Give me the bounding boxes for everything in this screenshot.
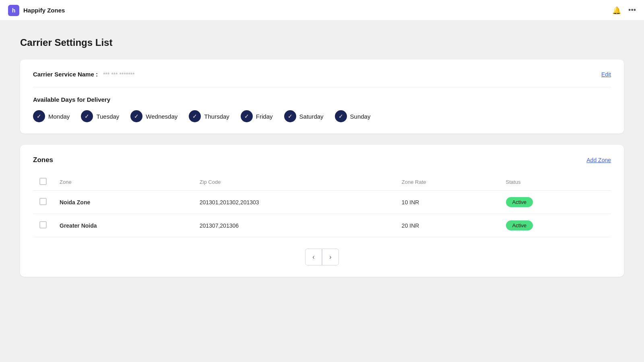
row-status: Active [500,214,611,237]
day-item-wednesday: ✓ Wednesday [130,110,178,122]
col-zonerate-header: Zone Rate [395,174,500,191]
row-checkbox-cell [33,214,53,237]
row-zip-code: 201301,201302,201303 [193,191,395,214]
day-label-sunday: Sunday [350,113,371,120]
app-title: Happify Zones [23,7,65,14]
day-item-tuesday: ✓ Tuesday [81,110,119,122]
day-label-tuesday: Tuesday [96,113,119,120]
table-row: Greater Noida 201307,201306 20 INR Activ… [33,214,611,237]
days-row: ✓ Monday ✓ Tuesday ✓ Wednesday ✓ Thursda… [33,110,611,122]
table-row: Noida Zone 201301,201302,201303 10 INR A… [33,191,611,214]
row-checkbox-1[interactable] [39,221,47,228]
day-check-thursday: ✓ [189,110,201,122]
notification-icon[interactable]: 🔔 [612,6,621,15]
day-check-sunday: ✓ [335,110,347,122]
day-check-wednesday: ✓ [130,110,142,122]
col-zone-header: Zone [53,174,193,191]
day-check-tuesday: ✓ [81,110,93,122]
day-item-monday: ✓ Monday [33,110,70,122]
page-title: Carrier Settings List [20,37,624,48]
row-status: Active [500,191,611,214]
row-checkbox-cell [33,191,53,214]
day-check-monday: ✓ [33,110,45,122]
row-zone-rate: 20 INR [395,214,500,237]
status-badge: Active [506,220,533,230]
day-label-wednesday: Wednesday [146,113,178,120]
carrier-service-card: Carrier Service Name : *** *** ******* E… [20,60,624,134]
app-logo: h [8,5,19,16]
row-zone-name: Noida Zone [53,191,193,214]
day-label-friday: Friday [256,113,273,120]
edit-link[interactable]: Edit [601,71,611,78]
day-item-friday: ✓ Friday [241,110,273,122]
table-header-row: Zone Zip Code Zone Rate Status [33,174,611,191]
col-status-header: Status [500,174,611,191]
top-nav: h Happify Zones 🔔 ••• [0,0,644,21]
prev-page-button[interactable]: ‹ [305,249,322,265]
day-label-monday: Monday [48,113,70,120]
carrier-name-group: Carrier Service Name : *** *** ******* [33,71,134,78]
day-item-saturday: ✓ Saturday [284,110,324,122]
zones-card: Zones Add Zone Zone Zip Code Zone Rate S… [20,145,624,277]
day-label-saturday: Saturday [299,113,324,120]
status-badge: Active [506,197,533,207]
pagination: ‹ › [33,249,611,265]
nav-actions: 🔔 ••• [612,6,636,15]
add-zone-link[interactable]: Add Zone [586,157,611,163]
day-check-friday: ✓ [241,110,253,122]
row-zone-name: Greater Noida [53,214,193,237]
day-item-thursday: ✓ Thursday [189,110,229,122]
col-zipcode-header: Zip Code [193,174,395,191]
day-label-thursday: Thursday [204,113,229,120]
row-zone-rate: 10 INR [395,191,500,214]
carrier-name-row: Carrier Service Name : *** *** ******* E… [33,71,611,87]
day-item-sunday: ✓ Sunday [335,110,371,122]
day-check-saturday: ✓ [284,110,296,122]
delivery-title: Available Days for Delivery [33,96,611,103]
main-content: Carrier Settings List Carrier Service Na… [0,21,644,293]
carrier-service-value: *** *** ******* [103,71,134,78]
nav-brand: h Happify Zones [8,5,65,16]
row-zip-code: 201307,201306 [193,214,395,237]
next-page-button[interactable]: › [322,249,339,265]
select-all-checkbox[interactable] [39,178,47,185]
zones-title: Zones [33,156,53,164]
zones-header: Zones Add Zone [33,156,611,164]
row-checkbox-0[interactable] [39,198,47,205]
col-checkbox-header [33,174,53,191]
delivery-section: Available Days for Delivery ✓ Monday ✓ T… [33,87,611,122]
zones-table: Zone Zip Code Zone Rate Status Noida Zon… [33,174,611,237]
carrier-service-label: Carrier Service Name : [33,71,98,78]
more-options-icon[interactable]: ••• [628,6,636,14]
